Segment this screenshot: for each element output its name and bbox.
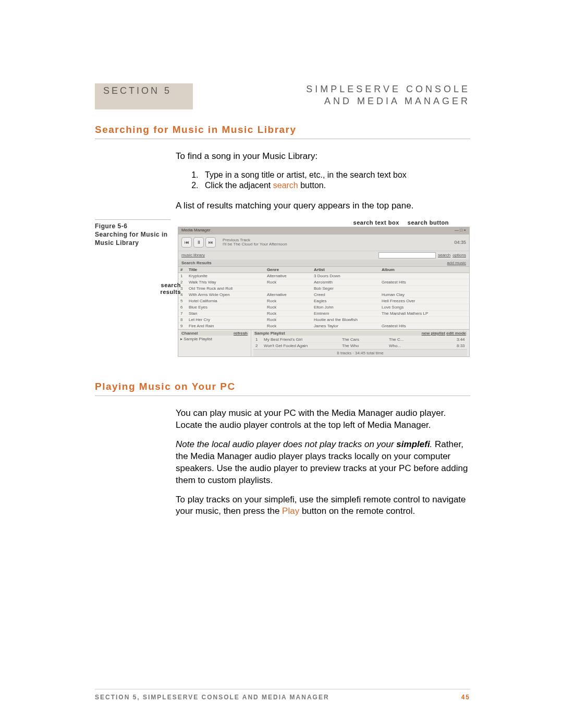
edit-mode-link[interactable]: edit mode [446,331,466,336]
playlist-row[interactable]: 2Won't Get Fooled AgainThe WhoWho...8:33 [253,343,467,349]
step-2-prefix: Click the adjacent [205,181,273,190]
para3-post: button on the remote control. [299,506,415,516]
col-album: Album [382,267,467,272]
page-header: SECTION 5 SIMPLESERVE CONSOLE AND MEDIA … [95,83,470,109]
figure-5-6: Figure 5-6 Searching for Music in Music … [95,219,470,357]
table-rows: 1KryptoniteAlternative3 Doors Down2Walk … [178,273,469,329]
result-line: A list of results matching your query ap… [176,200,470,212]
channel-item-label: Sample Playlist [183,337,212,341]
page-footer: SECTION 5, SIMPLESERVE CONSOLE AND MEDIA… [95,689,470,701]
player-toolbar: ⏮ ⏸ ⏭ Previous Track I'll be The Cloud f… [178,235,469,251]
table-row[interactable]: 8Let Her CryRockHootie and the Blowfish [178,317,469,323]
sample-playlist-label: Sample Playlist [254,331,285,336]
refresh-link[interactable]: refresh [234,331,248,336]
note-period: . [430,439,435,449]
col-genre: Genre [267,267,314,272]
step-2-suffix: button. [298,181,326,190]
search-accent: search [273,181,298,190]
callout-search-textbox: search text box [353,219,399,226]
table-row[interactable]: 9Fire And RainRockJames TaylorGreatest H… [178,323,469,329]
track-sub: I'll be The Cloud for Your Afternoon [223,242,454,247]
results-header: Search Results add music [178,260,469,267]
next-button[interactable]: ⏭ [205,237,216,248]
new-playlist-link[interactable]: new playlist [422,331,445,336]
steps-list: Type in a song title or artist, etc., in… [191,170,470,191]
figure-number: Figure 5-6 [95,222,170,230]
callout-search-button: search button [408,219,449,226]
section-badge: SECTION 5 [95,83,193,109]
table-header: # Title Genre Artist Album [178,267,469,273]
bottom-panes: Channel refresh ▸ Sample Playlist online… [178,329,469,357]
music-library-tab[interactable]: music library [181,253,205,257]
search-input[interactable] [378,252,436,258]
step-1: Type in a song title or artist, etc., in… [201,170,470,180]
table-row[interactable]: 4With Arms Wide OpenAlternativeCreedHuma… [178,292,469,298]
col-num: # [180,267,189,272]
track-time: 04:35 [454,240,466,245]
header-title-line2: AND MEDIA MANAGER [306,95,470,107]
page-content: SECTION 5 SIMPLESERVE CONSOLE AND MEDIA … [95,83,470,525]
footer-text: SECTION 5, SIMPLESERVE CONSOLE AND MEDIA… [95,694,329,701]
screenshot-wrap: search text box search button search res… [178,219,470,357]
window-controls: — □ × [455,228,466,234]
add-music-link[interactable]: add music [447,261,466,265]
search-link[interactable]: search [438,253,450,257]
step-2: Click the adjacent search button. [201,180,470,191]
figure-caption: Figure 5-6 Searching for Music in Music … [95,219,170,248]
play-accent: Play [282,506,299,516]
table-row[interactable]: 7StanRockEminemThe Marshall Mathers LP [178,311,469,317]
footer-text: 8 tracks · 34:45 total time [253,349,467,356]
note-bold: simplefi [396,439,430,449]
channel-item[interactable]: ▸ Sample Playlist [180,337,249,341]
page-number: 45 [461,694,470,701]
figure-title: Searching for Music in Music Library [95,230,170,247]
table-row[interactable]: 2Walk This WayRockAerosmithGreatest Hits [178,279,469,286]
para-play-note: Note the local audio player does not pla… [176,439,470,487]
header-title: SIMPLESERVE CONSOLE AND MEDIA MANAGER [306,83,470,108]
para-play-3: To play tracks on your simplefi, use the… [176,494,470,518]
prev-button[interactable]: ⏮ [181,237,192,248]
col-title: Title [189,267,267,272]
heading-searching: Searching for Music in Music Library [95,124,470,139]
playlist-pane: Sample Playlist new playlist edit mode 1… [251,330,469,357]
table-row[interactable]: 5Hotel CaliforniaRockEaglesHell Freezes … [178,298,469,304]
table-row[interactable]: 6Blue EyesRockElton JohnLove Songs [178,304,469,311]
callout-search-results: search results [155,282,181,295]
para-play-1: You can play music at your PC with the M… [176,408,470,431]
heading-playing: Playing Music on Your PC [95,381,470,396]
intro-text: To find a song in your Music Library: [176,151,470,163]
media-manager-screenshot: Media Manager — □ × ⏮ ⏸ ⏭ Previous Track… [178,227,470,357]
playlist-rows: 1My Best Friend's GirlThe CarsThe C...3:… [253,337,467,349]
section1-body: To find a song in your Music Library: Ty… [176,151,470,212]
header-title-line1: SIMPLESERVE CONSOLE [306,83,470,95]
pause-button[interactable]: ⏸ [193,237,204,248]
options-link[interactable]: options [452,253,466,257]
track-info: Previous Track I'll be The Cloud for You… [223,238,454,248]
callout-top: search text box search button [178,219,470,226]
table-row[interactable]: 1KryptoniteAlternative3 Doors Down [178,273,469,279]
channel-pane: Channel refresh ▸ Sample Playlist online… [178,330,251,357]
window-title: Media Manager [181,228,211,234]
channel-label: Channel [181,331,198,336]
note-italic: Note the local audio player does not pla… [176,439,396,449]
results-label: Search Results [181,261,212,265]
window-titlebar: Media Manager — □ × [178,227,469,235]
section2-body: You can play music at your PC with the M… [176,408,470,518]
col-artist: Artist [314,267,382,272]
table-row[interactable]: 3Old Time Rock and RollBob Seger [178,286,469,292]
search-bar: music library search options [178,251,469,260]
playlist-row[interactable]: 1My Best Friend's GirlThe CarsThe C...3:… [253,337,467,343]
